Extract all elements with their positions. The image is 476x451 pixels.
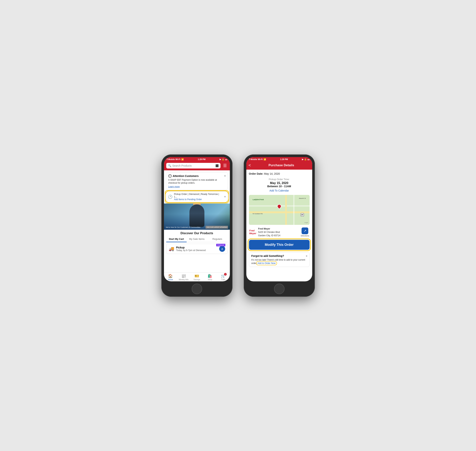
- learn-more-link[interactable]: Learn more: [168, 185, 225, 188]
- signal-icon: ▶: [219, 158, 221, 161]
- pending-order-close-button[interactable]: ×: [224, 195, 226, 198]
- time-display: 1:29 PM: [198, 158, 206, 160]
- hero-caption: We're Here for Our Customers & Communiti…: [166, 226, 205, 228]
- wifi-icon: 📶: [181, 158, 184, 161]
- app-header: 🔍 Search Products ⬛ ☰: [164, 161, 230, 170]
- discover-section: Discover Our Products Start My Cart My S…: [164, 230, 230, 256]
- back-button[interactable]: <: [249, 163, 251, 168]
- detail-header: < Purchase Details: [246, 161, 312, 170]
- pickup-time: Between 10 - 11AM: [249, 185, 310, 188]
- map-pin: [277, 204, 282, 210]
- barcode-icon: ⬛: [215, 164, 219, 167]
- wifi-icon-right: 📶: [263, 158, 266, 161]
- info-icon: i: [168, 174, 172, 178]
- highway-badge: 20: [301, 213, 304, 216]
- nav-shop-label: Shop: [208, 279, 212, 281]
- home-button[interactable]: [192, 284, 202, 294]
- home-icon: 🏠: [168, 274, 173, 278]
- nav-weekly-ads[interactable]: 📰 Weekly Ads: [177, 274, 190, 281]
- notification-banner: i Attention Customers A SNAP EBT Payment…: [166, 172, 228, 190]
- see-updates-button[interactable]: SEE OUR LATEST UPDATES: [206, 226, 228, 229]
- page-title: Purchase Details: [253, 163, 310, 167]
- forgot-banner: Forgot to add Something? It's not too la…: [249, 252, 310, 267]
- signal-icon-right: ▶: [302, 158, 303, 161]
- meyer-text: Meyer: [249, 232, 257, 235]
- road-v2: [293, 195, 294, 225]
- status-bar-right: T-Mobile Wi-Fi 📶 1:29 PM ▶ 🔒 ▬: [246, 157, 312, 161]
- nav-home-label: Home: [168, 279, 173, 281]
- carrier-text-right: T-Mobile Wi-Fi: [249, 158, 263, 160]
- pending-order-icon: 🕐: [168, 194, 173, 199]
- directions-icon: ↗: [301, 227, 308, 234]
- add-items-link[interactable]: Add Items to Pending Order: [174, 198, 223, 201]
- bottom-navigation: 🏠 Home 📰 Weekly Ads 🎫 Savings 🛍️ Shop: [164, 272, 230, 281]
- nav-shop[interactable]: 🛍️ Shop: [203, 274, 217, 281]
- purchase-content: Order Date: May 14, 2020 Pickup Order Ti…: [246, 170, 312, 281]
- nav-savings[interactable]: 🎫 Savings: [190, 274, 203, 281]
- nav-home[interactable]: 🏠 Home: [164, 274, 177, 281]
- store-address: Fred Meyer 5425 W Chinden Blvd Garden Ci…: [258, 227, 299, 237]
- cart-badge: 🛒 0: [221, 274, 225, 278]
- order-date-value: May 14, 2020: [264, 172, 280, 175]
- add-to-calendar-button[interactable]: Add To Calendar: [269, 189, 289, 192]
- fred-text: Fred: [249, 229, 255, 232]
- featured-badge: Featured: [216, 244, 225, 246]
- fred-meyer-logo: Fred Meyer: [249, 229, 257, 235]
- notification-title-text: Attention Customers: [173, 175, 199, 177]
- map-goddard-label: W Goddard Rd: [253, 213, 263, 214]
- search-icon: 🔍: [168, 164, 171, 167]
- pickup-icon: 🚚: [169, 246, 174, 251]
- directions-label: Directions: [301, 235, 309, 237]
- pickup-label: Pickup Order Time:: [249, 178, 310, 181]
- pending-order-title: Pickup Order | Glenwood | Ready Tomorrow…: [174, 193, 223, 198]
- store-map[interactable]: Ladybird Park Alworth St W Goddard Rd Le…: [249, 195, 310, 225]
- nav-savings-label: Savings: [194, 279, 200, 281]
- pickup-date: May 15, 2020: [249, 182, 310, 185]
- map-legal-label: Legal: [304, 222, 308, 223]
- forgot-title: Forgot to add Something?: [251, 254, 307, 257]
- order-date-label: Order Date:: [249, 172, 263, 175]
- directions-button[interactable]: ↗ Directions: [301, 227, 309, 237]
- add-to-order-link[interactable]: Add to Order Now: [257, 262, 276, 264]
- search-placeholder: Search Products: [172, 164, 214, 167]
- status-bar-left: T-Mobile Wi-Fi 📶 1:29 PM ▶ 🔒 ▬: [164, 157, 230, 161]
- cart-count: 0: [224, 273, 227, 276]
- shop-icon: 🛍️: [207, 274, 212, 278]
- discover-title: Discover Our Products: [166, 232, 228, 235]
- hero-banner: We're Here for Our Customers & Communiti…: [164, 203, 230, 230]
- carrier-text: T-Mobile Wi-Fi: [167, 158, 181, 160]
- store-address-line1: 5425 W Chinden Blvd: [258, 231, 280, 233]
- notification-body: A SNAP EBT Payment Option is now availab…: [168, 178, 225, 185]
- tabs-row: Start My Cart My Sale Items Regulars: [166, 237, 228, 242]
- modify-order-button[interactable]: Modify This Order: [249, 240, 310, 250]
- product-name: Pickup: [176, 246, 217, 249]
- store-name: Fred Meyer: [258, 227, 270, 230]
- battery-icon: ▬: [225, 158, 227, 160]
- savings-icon: 🎫: [194, 274, 199, 278]
- product-subtitle: Today, by 6-7pm at Glenwood: [176, 249, 217, 252]
- order-date-row: Order Date: May 14, 2020: [249, 172, 310, 175]
- lock-icon: 🔒: [222, 158, 225, 161]
- nav-cart-label: Cart: [221, 279, 225, 281]
- notification-close-button[interactable]: ×: [224, 174, 226, 178]
- weekly-ads-icon: 📰: [181, 274, 186, 278]
- road-v1: [285, 195, 287, 225]
- expand-button[interactable]: ∧: [219, 246, 225, 252]
- store-info: Fred Meyer Fred Meyer 5425 W Chinden Blv…: [249, 227, 310, 237]
- pending-order-bar[interactable]: 🕐 Pickup Order | Glenwood | Ready Tomorr…: [166, 191, 228, 202]
- nav-cart[interactable]: 🛒 0 Cart: [217, 274, 230, 281]
- home-button-right[interactable]: [274, 284, 284, 294]
- menu-button[interactable]: ☰: [222, 163, 228, 169]
- tab-regulars[interactable]: Regulars: [207, 237, 227, 242]
- tab-my-sale-items[interactable]: My Sale Items: [187, 237, 207, 242]
- battery-icon-right: ▬: [307, 158, 310, 160]
- map-alworth-label: Alworth St: [299, 198, 306, 199]
- search-bar[interactable]: 🔍 Search Products ⬛: [166, 163, 220, 169]
- time-display-right: 1:29 PM: [280, 158, 288, 160]
- nav-weekly-ads-label: Weekly Ads: [179, 279, 188, 281]
- pickup-section: Pickup Order Time: May 15, 2020 Between …: [249, 178, 310, 192]
- lock-icon-right: 🔒: [304, 158, 307, 161]
- tab-start-my-cart[interactable]: Start My Cart: [166, 237, 187, 242]
- forgot-close-button[interactable]: ×: [306, 254, 307, 258]
- store-address-line2: Garden City, ID 83714: [258, 234, 280, 237]
